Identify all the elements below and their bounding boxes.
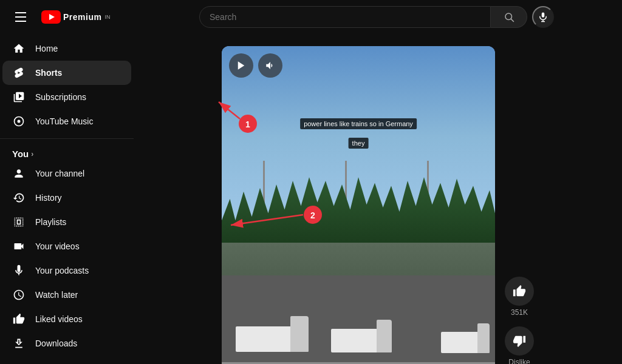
sidebar-item-subscriptions[interactable]: Subscriptions — [2, 85, 131, 109]
svg-point-8 — [18, 120, 21, 123]
truck-3 — [441, 327, 490, 357]
logo[interactable]: PremiumIN — [41, 10, 110, 24]
video-scene: power lines like trains so in Germany th… — [222, 46, 495, 364]
search-area — [141, 6, 612, 28]
youtube-logo-icon — [41, 10, 61, 24]
podcasts-icon — [12, 264, 26, 277]
thumbs-down-icon — [513, 334, 526, 348]
liked-icon — [12, 312, 26, 326]
clips-icon — [12, 361, 26, 364]
truck-1 — [236, 321, 309, 357]
sidebar-item-youtube-music[interactable]: YouTube Music — [2, 109, 131, 133]
downloads-icon — [12, 337, 26, 350]
like-button[interactable]: 351K — [505, 277, 534, 317]
svg-marker-9 — [238, 61, 245, 70]
sidebar-item-shorts[interactable]: Shorts — [2, 61, 131, 85]
video-player[interactable]: power lines like trains so in Germany th… — [222, 46, 495, 364]
sidebar-item-label: Downloads — [35, 339, 77, 348]
hamburger-line — [15, 16, 26, 18]
mic-button[interactable] — [532, 6, 554, 28]
truck-2 — [331, 324, 392, 357]
svg-rect-4 — [542, 13, 545, 18]
mic-icon — [538, 12, 549, 22]
truck-body — [331, 329, 392, 352]
hamburger-line — [15, 12, 26, 13]
sidebar-item-label: History — [35, 193, 62, 203]
channel-icon — [12, 167, 26, 180]
sidebar-item-your-channel[interactable]: Your channel — [2, 161, 131, 186]
sidebar: Home Shorts Subscriptions — [0, 34, 134, 364]
road-line — [222, 362, 495, 364]
dislike-label: Dislike — [508, 358, 530, 364]
history-icon — [12, 191, 26, 204]
sidebar-item-label: Your channel — [35, 169, 84, 178]
sidebar-item-watch-later[interactable]: Watch later — [2, 283, 131, 307]
premium-label: Premium — [63, 12, 101, 22]
thumbs-up-icon — [513, 285, 526, 298]
main-layout: Home Shorts Subscriptions — [0, 34, 622, 364]
section-divider — [0, 138, 134, 139]
sidebar-item-your-podcasts[interactable]: Your podcasts — [2, 258, 131, 283]
home-icon — [12, 42, 26, 55]
sidebar-item-label: Your podcasts — [35, 266, 89, 275]
play-button[interactable] — [229, 53, 253, 78]
premium-region: IN — [104, 14, 110, 20]
watch-later-icon — [12, 288, 26, 302]
sidebar-item-label: Liked videos — [35, 314, 83, 324]
hamburger-line — [15, 21, 26, 22]
you-label: You — [12, 149, 29, 159]
video-actions: 351K Dislike — [505, 46, 534, 364]
chevron-right-icon: › — [31, 150, 33, 158]
sidebar-item-label: Shorts — [35, 68, 62, 78]
shorts-icon — [12, 66, 26, 79]
header: PremiumIN — [0, 0, 622, 34]
sidebar-item-label: Playlists — [35, 217, 66, 227]
playlists-icon — [12, 215, 26, 229]
like-circle — [505, 277, 534, 306]
like-count: 351K — [511, 308, 528, 317]
sidebar-item-label: YouTube Music — [35, 116, 93, 126]
subtitle-line-1: power lines like trains so in Germany — [300, 118, 417, 129]
play-icon — [236, 60, 247, 71]
truck-cab — [477, 323, 490, 353]
sidebar-item-your-videos[interactable]: Your videos — [2, 234, 131, 258]
sidebar-item-label: Home — [35, 44, 58, 53]
menu-button[interactable] — [10, 6, 32, 28]
truck-body — [441, 332, 490, 353]
truck-cab — [377, 320, 392, 352]
sidebar-item-label: Watch later — [35, 290, 78, 300]
sidebar-item-playlists[interactable]: Playlists — [2, 210, 131, 234]
subscriptions-icon — [12, 90, 26, 104]
content-area: power lines like trains so in Germany th… — [134, 34, 622, 364]
sidebar-item-label: Subscriptions — [35, 92, 86, 102]
music-icon — [12, 115, 26, 128]
you-section-title[interactable]: You › — [0, 144, 134, 161]
search-input[interactable] — [200, 7, 490, 27]
truck-body — [236, 326, 309, 352]
sidebar-item-home[interactable]: Home — [2, 36, 131, 61]
sidebar-item-downloads[interactable]: Downloads — [2, 331, 131, 356]
dislike-button[interactable]: Dislike — [505, 326, 534, 364]
volume-button[interactable] — [258, 53, 282, 78]
header-left: PremiumIN — [10, 6, 131, 28]
search-button[interactable] — [491, 6, 527, 28]
videos-icon — [12, 240, 26, 253]
sidebar-item-history[interactable]: History — [2, 186, 131, 210]
svg-line-3 — [511, 19, 513, 21]
sidebar-item-liked-videos[interactable]: Liked videos — [2, 307, 131, 331]
volume-icon — [265, 60, 276, 71]
sidebar-item-label: Your videos — [35, 241, 80, 251]
sidebar-item-your-clips[interactable]: Your clips — [2, 356, 131, 364]
truck-cab — [290, 316, 309, 352]
search-icon — [504, 12, 514, 22]
video-controls — [229, 53, 282, 78]
dislike-circle — [505, 326, 534, 356]
search-bar — [199, 6, 491, 28]
subtitle-line-2: they — [349, 138, 369, 149]
